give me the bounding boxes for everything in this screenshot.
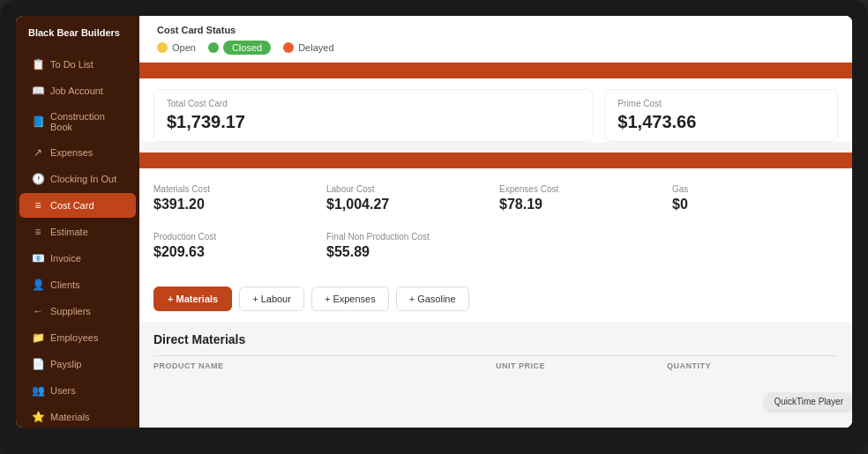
metrics-section: Materials Cost $391.20 Labour Cost $1,00… (139, 168, 852, 287)
total-cost-value: $1,739.17 (167, 112, 580, 132)
sidebar-item-job-account[interactable]: 📖Job Account (19, 78, 136, 103)
metric-production-value: $209.63 (153, 244, 319, 260)
metric-labour-label: Labour Cost (326, 184, 492, 194)
sidebar-icon-4: ↗ (32, 146, 44, 159)
metric-gas-value: $0 (672, 197, 838, 212)
sidebar-item-clocking-in-out[interactable]: 🕐Clocking In Out (19, 167, 136, 191)
metric-expenses: Expenses Cost $78.19 (499, 179, 665, 218)
add-labour-button[interactable]: + Labour (239, 287, 304, 311)
status-pills: Open Closed Delayed (157, 41, 834, 55)
status-bar: Cost Card Status Open Closed Delayed (139, 16, 852, 63)
main-content: Cost Card Status Open Closed Delayed (139, 16, 852, 428)
metric-nonproduction-label: Final Non Production Cost (326, 232, 492, 242)
total-cost-label: Total Cost Card (167, 99, 580, 108)
sidebar-label-1: To Do List (50, 59, 94, 70)
metric-nonproduction: Final Non Production Cost $55.89 (326, 227, 492, 265)
sidebar-icon-6: ≡ (32, 199, 44, 212)
sidebar-label-13: Users (50, 385, 76, 396)
sidebar-item-materials[interactable]: ⭐Materials (19, 405, 136, 428)
sidebar-item-to-do-list[interactable]: 📋To Do List (19, 52, 136, 77)
metric-production-label: Production Cost (153, 232, 319, 242)
add-expenses-button[interactable]: + Expenses (311, 287, 389, 311)
orange-banner-1 (139, 63, 852, 78)
sidebar-label-5: Clocking In Out (50, 174, 116, 184)
sidebar-icon-3: 📘 (32, 115, 44, 128)
metric-empty-1 (499, 227, 665, 265)
sidebar-label-9: Clients (50, 279, 80, 290)
direct-materials-title: Direct Materials (153, 332, 838, 346)
status-open[interactable]: Open (157, 42, 196, 53)
open-dot (157, 42, 168, 53)
open-label: Open (172, 42, 196, 53)
sidebar-icon-2: 📖 (32, 85, 44, 97)
delayed-dot (283, 42, 294, 53)
sidebar-label-8: Invoice (50, 253, 81, 264)
cards-row: Total Cost Card $1,739.17 Prime Cost $1,… (139, 78, 852, 142)
table-header: PRODUCT NAME UNIT PRICE QUANTITY (153, 355, 838, 376)
sidebar-label-12: Payslip (50, 359, 81, 369)
sidebar-item-estimate[interactable]: ≡Estimate (19, 220, 136, 244)
col-quantity: QUANTITY (667, 361, 838, 370)
prime-cost-value: $1,473.66 (617, 112, 825, 132)
metric-gas-label: Gas (672, 184, 838, 194)
sidebar-item-construction-book[interactable]: 📘Construction Book (19, 105, 136, 138)
sidebar-item-expenses[interactable]: ↗Expenses (19, 140, 136, 165)
sidebar-item-suppliers[interactable]: ←Suppliers (19, 299, 136, 324)
quicktime-badge: QuickTime Player (765, 393, 852, 410)
sidebar-label-6: Cost Card (50, 200, 94, 211)
metric-materials: Materials Cost $391.20 (153, 179, 319, 218)
closed-label: Closed (223, 41, 271, 55)
sidebar-icon-14: ⭐ (32, 411, 44, 423)
sidebar-icon-1: 📋 (32, 58, 44, 71)
delayed-label: Delayed (298, 42, 333, 53)
add-materials-button[interactable]: + Materials (153, 287, 232, 311)
metric-labour-value: $1,004.27 (326, 197, 492, 212)
status-title: Cost Card Status (157, 25, 834, 35)
sidebar-icon-5: 🕐 (32, 173, 44, 185)
action-buttons: + Materials + Labour + Expenses + Gasoli… (139, 287, 852, 322)
sidebar-label-10: Suppliers (50, 306, 91, 316)
metric-production: Production Cost $209.63 (153, 227, 319, 265)
col-product-name: PRODUCT NAME (153, 361, 496, 370)
sidebar-item-invoice[interactable]: 📧Invoice (19, 246, 136, 271)
metric-empty-2 (672, 227, 838, 265)
sidebar-nav: 📋To Do List📖Job Account📘Construction Boo… (16, 51, 139, 428)
add-gasoline-button[interactable]: + Gasoline (396, 287, 469, 311)
col-unit-price: UNIT PRICE (496, 361, 667, 370)
sidebar-label-7: Estimate (50, 227, 88, 237)
sidebar-label-3: Construction Book (50, 111, 123, 132)
sidebar-icon-9: 👤 (32, 279, 44, 291)
sidebar-item-clients[interactable]: 👤Clients (19, 272, 136, 297)
metric-labour: Labour Cost $1,004.27 (326, 179, 492, 218)
status-delayed[interactable]: Delayed (283, 42, 333, 53)
sidebar-item-employees[interactable]: 📁Employees (19, 325, 136, 350)
sidebar-icon-7: ≡ (32, 226, 44, 238)
sidebar-icon-8: 📧 (32, 252, 44, 264)
sidebar-label-14: Materials (50, 412, 90, 422)
brand-name: Black Bear Builders (16, 26, 139, 51)
sidebar-icon-12: 📄 (32, 358, 44, 370)
sidebar-item-cost-card[interactable]: ≡Cost Card (19, 193, 136, 218)
status-closed[interactable]: Closed (208, 41, 271, 55)
metric-expenses-label: Expenses Cost (499, 184, 665, 194)
sidebar-label-4: Expenses (50, 147, 93, 158)
direct-materials-section: Direct Materials PRODUCT NAME UNIT PRICE… (139, 322, 852, 428)
sidebar: Black Bear Builders 📋To Do List📖Job Acco… (16, 16, 139, 428)
metrics-grid-1: Materials Cost $391.20 Labour Cost $1,00… (153, 179, 838, 218)
closed-dot (208, 42, 219, 53)
metrics-grid-2: Production Cost $209.63 Final Non Produc… (153, 227, 838, 265)
total-cost-card: Total Cost Card $1,739.17 (153, 89, 594, 142)
metric-materials-value: $391.20 (153, 197, 319, 212)
prime-cost-card: Prime Cost $1,473.66 (604, 89, 838, 142)
metric-gas: Gas $0 (672, 179, 838, 218)
sidebar-item-payslip[interactable]: 📄Payslip (19, 352, 136, 376)
metric-materials-label: Materials Cost (153, 184, 319, 194)
sidebar-icon-10: ← (32, 305, 44, 317)
sidebar-item-users[interactable]: 👥Users (19, 378, 136, 403)
metric-nonproduction-value: $55.89 (326, 244, 492, 260)
prime-cost-label: Prime Cost (617, 99, 825, 108)
sidebar-icon-13: 👥 (32, 384, 44, 397)
orange-banner-2 (139, 153, 852, 168)
sidebar-icon-11: 📁 (32, 331, 44, 344)
sidebar-label-11: Employees (50, 332, 98, 343)
